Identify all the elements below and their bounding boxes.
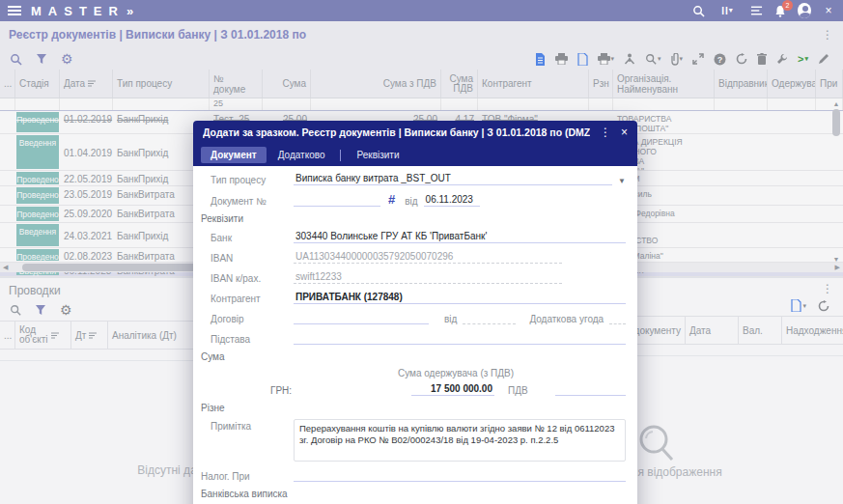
dialog-header: Додати за зразком. Реєстр документів | В… (193, 121, 637, 144)
vat-label: ПДВ (508, 385, 528, 396)
contragent-label: Контрагент (199, 294, 294, 304)
vat-field[interactable]: . (555, 383, 626, 396)
dialog-title: Додати за зразком. Реєстр документів | В… (203, 126, 590, 138)
tab-document[interactable]: Документ (201, 147, 267, 163)
bank-label: Банк (199, 233, 294, 243)
section-sum: Сума (201, 351, 626, 362)
task-list-icon[interactable] (749, 4, 763, 17)
menu-hamburger-icon[interactable] (8, 6, 21, 15)
addendum-label: Додаткова угода (529, 314, 604, 324)
bank-field[interactable]: 303440 Волинське ГРУ АТ КБ 'ПриватБанк' (294, 231, 626, 243)
receiver-sum-label: Сума одержувача (з ПДВ) (286, 368, 626, 378)
iban-label: IBAN (199, 253, 294, 264)
contract-label: Договір (199, 314, 294, 324)
contract-field[interactable]: . (294, 312, 429, 324)
contragent-field[interactable]: ПРИВАТБАНК (127848) (294, 292, 626, 304)
notification-count-badge: 2 (782, 0, 793, 11)
doc-number-field[interactable]: . (294, 194, 380, 207)
top-app-bar: MASTER » II▾ 2 × (0, 0, 843, 21)
doc-number-label: Документ № (199, 196, 294, 207)
addendum-field[interactable]: . (609, 312, 626, 324)
contract-date-field[interactable]: . (463, 312, 516, 324)
section-misc: Різне (201, 403, 626, 413)
note-label: Примітка (199, 419, 294, 432)
basis-label: Підстава (199, 334, 294, 345)
section-bank-statement: Банківська виписка (201, 489, 626, 499)
iban-account-field[interactable]: swift12233 (294, 271, 562, 284)
tab-additional[interactable]: Додатково (268, 147, 335, 163)
user-avatar[interactable] (798, 4, 811, 17)
chevron-down-icon[interactable]: ▼ (618, 177, 626, 185)
tax-field[interactable]: . (294, 469, 626, 482)
uah-amount-field[interactable]: 17 500 000.00 (411, 383, 494, 396)
process-type-label: Тип процесу (199, 175, 294, 185)
tax-label: Налог. При (199, 471, 294, 482)
from-label: від (405, 196, 417, 207)
dialog-close-icon[interactable]: × (621, 126, 628, 139)
iban-field[interactable]: UA113034400000035792050070296 (294, 251, 562, 264)
doc-date-field[interactable]: 06.11.2023 (424, 194, 480, 207)
basis-field[interactable]: . (294, 332, 626, 345)
tab-requisites[interactable]: Реквізити (347, 147, 408, 163)
close-app-icon[interactable]: × (822, 4, 835, 17)
app-logo: MASTER (31, 4, 125, 18)
note-field[interactable]: Перерахування коштів на купівлю валюти з… (294, 419, 626, 462)
contract-from-label: від (444, 314, 457, 324)
pause-sessions-icon[interactable]: II▾ (716, 4, 739, 17)
uah-label: ГРН: (199, 385, 294, 396)
section-requisites: Реквізити (201, 213, 626, 224)
logo-chevrons: » (126, 4, 133, 18)
dialog-menu-dots-icon[interactable]: ⋮ (600, 126, 611, 139)
notifications-bell-icon[interactable]: 2 (773, 4, 787, 17)
dialog-tabs: Документ Додатково Реквізити (193, 144, 637, 166)
iban-account-label: IBAN к/рах. (199, 273, 294, 284)
search-icon[interactable] (691, 4, 705, 17)
process-type-field[interactable]: Виписка банку витрата _BST_OUT (294, 173, 612, 185)
numerator-hash-icon[interactable]: # (388, 192, 395, 207)
add-by-sample-dialog: Додати за зразком. Реєстр документів | В… (193, 121, 637, 504)
tab-separator (340, 150, 341, 161)
